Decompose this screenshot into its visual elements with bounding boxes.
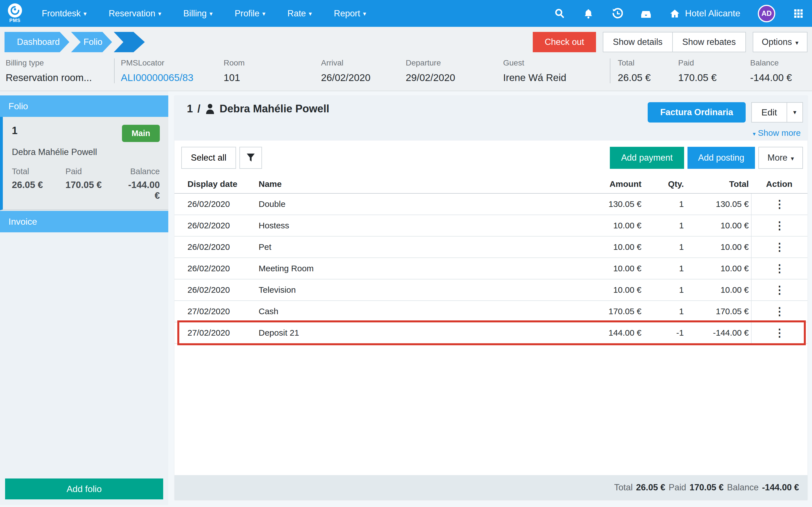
table-row[interactable]: 26/02/2020 Hostess 10.00 € 1 10.00 € ⋮ [174,215,808,236]
cell-name: Television [256,285,576,295]
cell-amount: 10.00 € [576,264,644,273]
sidebar-folio-header[interactable]: Folio [0,96,168,117]
departure-value: 29/02/2020 [406,72,503,83]
menu-profile[interactable]: Profile▾ [235,8,266,19]
cell-amount: 170.05 € [576,306,644,316]
cell-display-date: 26/02/2020 [174,199,256,209]
add-folio-button[interactable]: Add folio [5,478,163,499]
menu-frontdesk[interactable]: Frontdesk▾ [42,8,87,19]
folio-title-guest: Debra Mahélie Powell [220,103,330,115]
table-row[interactable]: 26/02/2020 Television 10.00 € 1 10.00 € … [174,279,808,301]
breadcrumb-folio[interactable]: Folio [71,32,112,52]
footer-total-label: Total [614,483,632,493]
cell-name: Meeting Room [256,264,576,273]
more-button[interactable]: More▾ [758,147,803,169]
row-actions-kebab-icon[interactable]: ⋮ [774,285,785,295]
table-row[interactable]: 27/02/2020 Deposit 21 144.00 € -1 -144.0… [174,322,808,344]
table-row[interactable]: 27/02/2020 Cash 170.05 € 1 170.05 € ⋮ [174,301,808,322]
row-actions-kebab-icon[interactable]: ⋮ [774,199,785,210]
cell-amount: 10.00 € [576,285,644,295]
cell-qty: 1 [644,264,686,273]
factura-ordinaria-button[interactable]: Factura Ordinaria [648,102,745,122]
table-row[interactable]: 26/02/2020 Pet 10.00 € 1 10.00 € ⋮ [174,236,808,258]
guest-label: Guest [503,58,610,67]
select-all-button[interactable]: Select all [181,147,236,169]
folio-guest-name: Debra Mahélie Powell [12,147,160,157]
paid-value: 170.05 € [678,72,750,83]
row-actions-kebab-icon[interactable]: ⋮ [774,220,785,231]
arrival-label: Arrival [321,58,406,67]
row-actions-kebab-icon[interactable]: ⋮ [774,306,785,317]
menu-report[interactable]: Report▾ [334,8,366,19]
menu-rate[interactable]: Rate▾ [287,8,312,19]
apps-grid-icon[interactable] [793,8,804,19]
room-label: Room [224,58,321,67]
cell-total: 10.00 € [686,221,751,230]
reservation-header: Dashboard Folio Check out Show details S… [0,27,812,91]
guest-value: Irene Wá Reid [503,72,610,83]
edit-dropdown-toggle[interactable]: ▾ [787,103,802,122]
cell-name: Cash [256,306,576,316]
add-posting-button[interactable]: Add posting [688,147,755,169]
cell-display-date: 27/02/2020 [174,328,256,338]
arrival-value: 26/02/2020 [321,72,406,83]
footer-balance-label: Balance [727,483,759,493]
folio-sidebar: Folio 1 Main Debra Mahélie Powell Total … [0,91,168,505]
cell-display-date: 27/02/2020 [174,306,256,316]
hotel-selector[interactable]: Hotel Alicante [669,8,740,19]
home-icon [669,8,681,19]
folio-balance-value: -144.00 € [121,179,160,201]
pmslocator-label: PMSLocator [121,58,224,67]
cell-name: Double [256,199,576,209]
cell-total: 10.00 € [686,242,751,252]
chevron-down-icon: ▾ [262,10,266,17]
cell-amount: 144.00 € [576,328,644,338]
breadcrumb-dashboard[interactable]: Dashboard [4,32,69,52]
balance-label: Balance [750,58,808,67]
cell-name: Hostess [256,221,576,230]
balance-value: -144.00 € [750,72,808,83]
edit-button[interactable]: Edit [752,103,787,122]
show-details-button[interactable]: Show details [603,33,672,52]
folio-number: 1 [12,125,17,136]
history-icon[interactable] [612,8,623,19]
folio-card[interactable]: 1 Main Debra Mahélie Powell Total 26.05 … [0,117,168,210]
sidebar-invoice-header[interactable]: Invoice [0,211,168,232]
row-actions-kebab-icon[interactable]: ⋮ [774,263,785,274]
show-rebates-button[interactable]: Show rebates [672,33,746,52]
footer-paid-label: Paid [669,483,686,493]
cell-total: 10.00 € [686,285,751,295]
postings-table: Display date Name Amount Qty. Total Acti… [174,175,808,344]
add-payment-button[interactable]: Add payment [610,147,684,169]
cell-qty: 1 [644,285,686,295]
filter-icon [246,153,255,163]
search-icon[interactable] [554,8,565,19]
chevron-down-icon: ▾ [753,131,756,137]
billing-type-label: Billing type [6,58,114,67]
row-actions-kebab-icon[interactable]: ⋮ [774,242,785,252]
notifications-bell-icon[interactable] [583,8,594,19]
menu-billing[interactable]: Billing▾ [183,8,213,19]
user-avatar[interactable]: AD [758,5,775,22]
show-more-link[interactable]: ▾Show more [753,128,801,138]
pms-logo[interactable]: PMS [8,3,22,23]
menu-reservation[interactable]: Reservation▾ [109,8,161,19]
departure-label: Departure [406,58,503,67]
filter-button[interactable] [239,147,262,169]
cell-total: 130.05 € [686,199,751,209]
folio-total-label: Total [12,167,65,176]
table-row[interactable]: 26/02/2020 Meeting Room 10.00 € 1 10.00 … [174,258,808,279]
pms-logo-text: PMS [9,18,20,23]
row-actions-kebab-icon[interactable]: ⋮ [774,328,785,338]
table-header-row: Display date Name Amount Qty. Total Acti… [174,175,808,194]
cell-qty: -1 [644,328,686,338]
inbox-icon[interactable] [640,8,652,19]
check-out-button[interactable]: Check out [533,32,596,52]
main-badge: Main [122,125,160,142]
cell-display-date: 26/02/2020 [174,242,256,252]
table-row[interactable]: 26/02/2020 Double 130.05 € 1 130.05 € ⋮ [174,194,808,215]
pmslocator-link[interactable]: ALI00000065/83 [121,72,224,83]
options-button[interactable]: Options▾ [753,32,808,52]
chevron-down-icon: ▾ [210,10,213,17]
cell-amount: 130.05 € [576,199,644,209]
